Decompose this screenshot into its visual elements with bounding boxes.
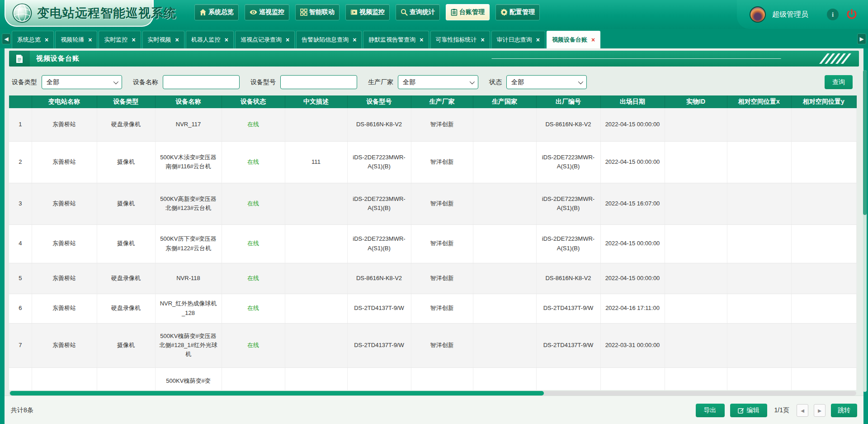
table-cell: 1 <box>9 108 32 141</box>
table-cell <box>791 323 856 367</box>
table-cell: DS-2TD4137T-9/W <box>347 323 411 367</box>
table-cell: 3 <box>9 183 32 224</box>
table-cell <box>727 108 791 141</box>
table-cell: 在线 <box>222 224 285 263</box>
table-cell <box>285 294 347 323</box>
nav-video-monitor[interactable]: 视频监控 <box>345 4 390 20</box>
nav-config-management[interactable]: 配置管理 <box>495 4 540 20</box>
nav-query-stats[interactable]: 查询统计 <box>396 4 440 20</box>
table-cell: 2022-04-15 16:07:00 <box>600 183 665 224</box>
tab-audit-log-query[interactable]: 审计日志查询× <box>491 31 545 48</box>
nav-ledger-management[interactable]: 台账管理 <box>446 4 490 20</box>
table-cell: DS-2TD4137T-9/W <box>536 294 600 323</box>
close-icon[interactable]: × <box>225 37 228 43</box>
table-cell: 智洋创新 <box>411 323 473 367</box>
main-nav: 系统总览 巡视监控 智能联动 视频监控 查询统计 台账管理 <box>194 4 540 20</box>
table-cell <box>285 323 347 367</box>
export-button[interactable]: 导出 <box>696 404 725 417</box>
column-header: 变电站名称 <box>32 95 97 108</box>
device-type-select[interactable]: 全部 <box>42 75 122 89</box>
tab-scroll-left-icon[interactable]: ◀ <box>2 33 11 44</box>
horizontal-scrollbar[interactable] <box>9 391 856 395</box>
table-cell: 2022-04-15 00:00:00 <box>600 224 665 263</box>
table-cell: DS-8616N-K8-V2 <box>536 263 600 294</box>
table-cell: 智洋创新 <box>411 294 473 323</box>
table-cell <box>727 224 791 263</box>
table-row[interactable]: 2东善桥站摄像机500KV木渎变#变压器南侧#116#云台机在线111iDS-2… <box>9 141 856 183</box>
prev-page-button[interactable]: ◀ <box>797 404 808 417</box>
tab-reliability-stats[interactable]: 可靠性指标统计× <box>430 31 490 48</box>
table-row[interactable]: 4东善桥站摄像机500KV历下变#变压器东侧#122#云台机在线iDS-2DE7… <box>9 224 856 263</box>
tab-realtime-video[interactable]: 实时视频× <box>142 31 184 48</box>
avatar[interactable] <box>750 6 766 23</box>
search-button[interactable]: 查询 <box>825 75 853 89</box>
device-model-input[interactable] <box>280 75 357 89</box>
nav-system-overview[interactable]: 系统总览 <box>194 4 239 20</box>
table-row[interactable]: 1东善桥站硬盘录像机NVR_117在线DS-8616N-K8-V2智洋创新DS-… <box>9 108 856 141</box>
table-cell <box>473 108 536 141</box>
tab-video-device-ledger[interactable]: 视频设备台账× <box>547 31 600 48</box>
tab-video-carousel[interactable]: 视频轮播× <box>55 31 97 48</box>
table-cell <box>473 224 536 263</box>
table-row[interactable]: 5东善桥站硬盘录像机NVR-118在线DS-8616N-K8-V2智洋创新DS-… <box>9 263 856 294</box>
tab-bar: ◀ 系统总览× 视频轮播× 实时监控× 实时视频× 机器人监控× 巡视点记录查询… <box>0 29 868 48</box>
status-select[interactable]: 全部 <box>506 75 587 89</box>
close-icon[interactable]: × <box>286 37 289 43</box>
tab-system-overview[interactable]: 系统总览× <box>12 31 54 48</box>
table-cell: NVR_117 <box>155 108 222 141</box>
tab-realtime-monitor[interactable]: 实时监控× <box>99 31 141 48</box>
close-icon[interactable]: × <box>353 37 356 43</box>
nav-inspection-monitor[interactable]: 巡视监控 <box>245 4 289 20</box>
table-cell: 111 <box>285 141 347 183</box>
column-header: 相对空间位置x <box>727 95 791 108</box>
close-icon[interactable]: × <box>45 37 48 43</box>
table-cell <box>791 224 856 263</box>
table-row[interactable]: 3东善桥站摄像机500KV高新变#变压器北侧#123#云台机在线iDS-2DE7… <box>9 183 856 224</box>
table-cell: 东善桥站 <box>32 323 97 367</box>
edit-button[interactable]: 编辑 <box>730 404 767 417</box>
tab-inspection-record-query[interactable]: 巡视点记录查询× <box>235 31 295 48</box>
table-row[interactable]: 6东善桥站硬盘录像机NVR_红外热成像球机_128在线DS-2TD4137T-9… <box>9 294 856 323</box>
device-table-container: 变电站名称设备类型设备名称设备状态中文描述设备型号生产厂家生产国家出厂编号出场日… <box>9 95 859 390</box>
close-icon[interactable]: × <box>88 37 92 43</box>
table-cell <box>473 141 536 183</box>
logout-button[interactable] <box>845 8 858 21</box>
table-cell <box>536 367 600 390</box>
manufacturer-select[interactable]: 全部 <box>398 75 478 89</box>
tab-scroll-right-icon[interactable]: ▶ <box>857 33 866 44</box>
close-icon[interactable]: × <box>132 37 135 43</box>
scrollbar-thumb[interactable] <box>863 70 867 215</box>
close-icon[interactable]: × <box>536 37 540 43</box>
table-cell <box>727 367 791 390</box>
next-page-button[interactable]: ▶ <box>814 404 826 417</box>
scrollbar-thumb[interactable] <box>10 391 544 395</box>
nav-smart-linkage[interactable]: 智能联动 <box>295 4 340 20</box>
jump-button[interactable]: 跳转 <box>831 404 857 417</box>
info-button[interactable]: i <box>826 8 839 21</box>
table-cell: iDS-2DE7223MWR-A(S1)(B) <box>536 224 600 263</box>
table-cell <box>791 294 856 323</box>
table-cell: 500KV高新变#变压器北侧#123#云台机 <box>155 183 222 224</box>
close-icon[interactable]: × <box>591 37 595 43</box>
table-cell <box>665 224 727 263</box>
close-icon[interactable]: × <box>420 37 423 43</box>
tab-robot-monitor[interactable]: 机器人监控× <box>186 31 234 48</box>
close-icon[interactable]: × <box>175 37 179 43</box>
close-icon[interactable]: × <box>481 37 485 43</box>
table-cell: 摄像机 <box>97 323 155 367</box>
table-row[interactable]: 7东善桥站摄像机500KV槐荫变#变压器北侧#128_1#红外光球机在线DS-2… <box>9 323 856 367</box>
table-cell: 2022-04-15 00:00:00 <box>600 108 665 141</box>
vertical-scrollbar[interactable] <box>863 70 867 392</box>
device-name-input[interactable] <box>163 75 240 89</box>
table-cell <box>665 367 727 390</box>
page-title-bar: 视频设备台账 <box>9 51 859 67</box>
table-cell: 7 <box>9 323 32 367</box>
tab-silent-monitor-alarm-query[interactable]: 静默监视告警查询× <box>363 31 429 48</box>
power-icon <box>846 9 858 20</box>
column-header: 相对空间位置y <box>791 95 856 108</box>
table-cell: 在线 <box>222 183 285 224</box>
column-header: 生产厂家 <box>411 95 473 108</box>
tab-alarm-defect-query[interactable]: 告警缺陷信息查询× <box>296 31 362 48</box>
table-row[interactable]: 500KV槐荫变#变 <box>9 367 856 390</box>
table-cell <box>285 224 347 263</box>
